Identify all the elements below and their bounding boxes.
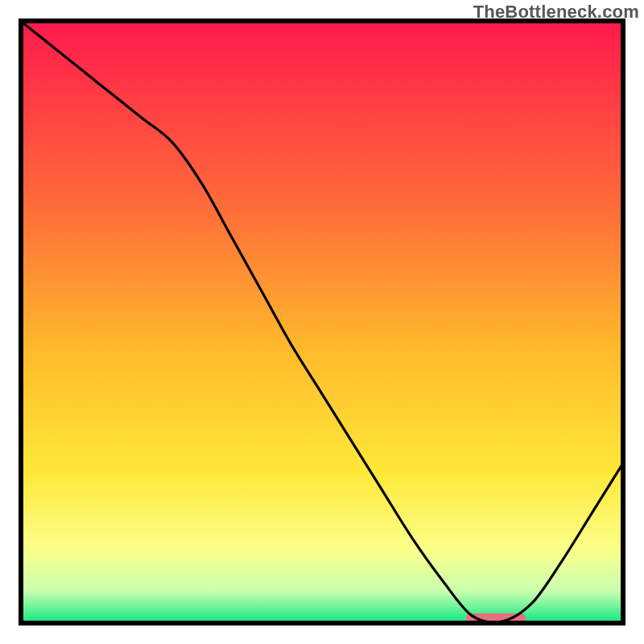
watermark-label: TheBottleneck.com bbox=[473, 2, 639, 23]
chart-svg bbox=[0, 0, 644, 644]
chart-stage: TheBottleneck.com bbox=[0, 0, 644, 644]
plot-background bbox=[23, 23, 621, 621]
